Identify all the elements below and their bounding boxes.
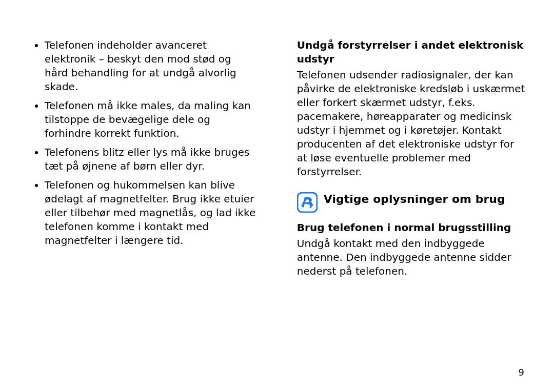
page-number: 9 (519, 367, 524, 378)
subheading: Brug telefonen i normal brugsstilling (297, 221, 526, 235)
list-item: Telefonen og hukommelsen kan blive ødela… (45, 178, 257, 247)
list-item: Telefonens blitz eller lys må ikke bruge… (45, 146, 257, 173)
section-title: Vigtige oplysninger om brug (324, 192, 505, 207)
section-heading: Vigtige oplysninger om brug (297, 192, 526, 213)
right-column: Undgå forstyrrelser i andet elektronisk … (297, 38, 526, 377)
list-item: Telefonen indeholder avanceret elektroni… (45, 38, 257, 94)
left-column: Telefonen indeholder avanceret elektroni… (28, 38, 257, 377)
body-text: Undgå kontakt med den indbyggede antenne… (297, 237, 526, 278)
document-page: Telefonen indeholder avanceret elektroni… (0, 0, 554, 392)
body-text: Telefonen udsender radiosignaler, der ka… (297, 68, 526, 179)
note-icon (297, 192, 318, 213)
subheading: Undgå forstyrrelser i andet elektronisk … (297, 38, 526, 66)
bullet-list: Telefonen indeholder avanceret elektroni… (28, 38, 257, 247)
list-item: Telefonen må ikke males, da maling kan t… (45, 99, 257, 140)
